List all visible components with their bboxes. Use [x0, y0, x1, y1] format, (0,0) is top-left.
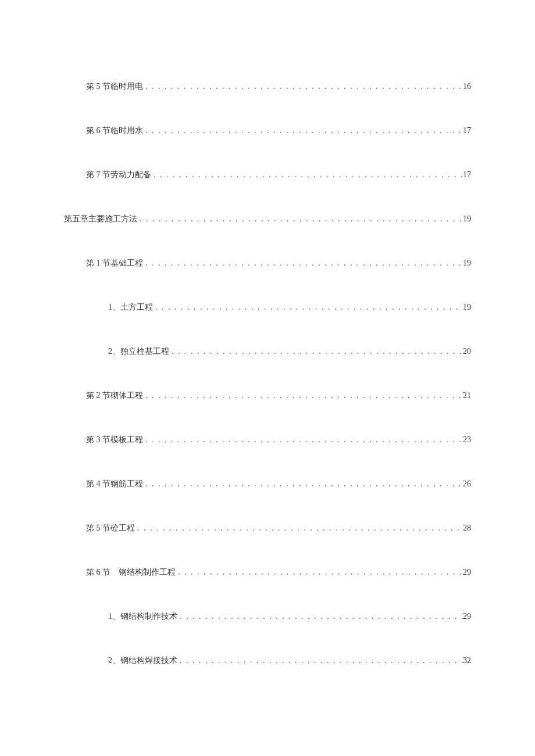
toc-dots: [176, 568, 463, 577]
table-of-contents: 第 5 节临时用电16第 6 节临时用水17第 7 节劳动力配备17第五章主要施…: [64, 81, 471, 666]
toc-dots: [169, 347, 463, 356]
toc-label: 第 1 节基础工程: [86, 258, 143, 268]
toc-page: 26: [463, 479, 471, 489]
toc-entry: 第 5 节砼工程28: [64, 523, 471, 533]
toc-entry: 第 3 节模板工程23: [64, 435, 471, 445]
toc-entry: 1、钢结构制作技术29: [64, 611, 471, 622]
toc-dots: [143, 259, 463, 268]
toc-page: 19: [463, 214, 471, 224]
toc-label: 第 3 节模板工程: [86, 435, 143, 445]
toc-label: 第 2 节砌体工程: [86, 390, 143, 401]
toc-entry: 第 2 节砌体工程21: [64, 390, 471, 401]
toc-page: 32: [463, 656, 471, 665]
toc-page: 19: [463, 303, 471, 312]
toc-dots: [177, 612, 463, 621]
toc-label: 1、土方工程: [108, 302, 153, 313]
toc-dots: [153, 303, 463, 312]
toc-dots: [137, 214, 463, 224]
toc-dots: [143, 479, 463, 489]
toc-page: 29: [463, 568, 471, 577]
toc-page: 23: [463, 435, 471, 445]
toc-entry: 第 5 节临时用电16: [64, 81, 471, 92]
toc-label: 第 4 节钢筋工程: [86, 479, 143, 489]
toc-dots: [143, 391, 463, 400]
toc-entry: 2、独立柱基工程20: [64, 346, 471, 357]
toc-dots: [177, 656, 463, 665]
toc-entry: 第 1 节基础工程19: [64, 258, 471, 268]
toc-entry: 第 7 节劳动力配备17: [64, 170, 471, 180]
toc-entry: 第五章主要施工方法19: [64, 214, 471, 224]
toc-label: 第 5 节砼工程: [86, 523, 135, 533]
toc-page: 21: [463, 391, 471, 400]
toc-page: 28: [463, 524, 471, 533]
toc-page: 16: [463, 82, 471, 91]
toc-dots: [143, 435, 463, 445]
toc-dots: [151, 170, 463, 180]
toc-entry: 1、土方工程19: [64, 302, 471, 313]
toc-dots: [135, 524, 463, 533]
toc-entry: 第 4 节钢筋工程26: [64, 479, 471, 489]
toc-entry: 第 6 节 钢结构制作工程29: [64, 567, 471, 578]
toc-entry: 2、钢结构焊接技术32: [64, 655, 471, 666]
toc-dots: [143, 82, 463, 91]
toc-label: 第 7 节劳动力配备: [86, 170, 151, 180]
toc-dots: [143, 126, 463, 135]
toc-label: 第 6 节临时用水: [86, 126, 143, 136]
toc-label: 2、独立柱基工程: [108, 346, 169, 357]
toc-page: 17: [463, 126, 471, 135]
toc-page: 19: [463, 259, 471, 268]
toc-label: 第 5 节临时用电: [86, 81, 143, 92]
toc-label: 1、钢结构制作技术: [108, 611, 177, 622]
toc-page: 20: [463, 347, 471, 356]
toc-label: 2、钢结构焊接技术: [108, 655, 177, 666]
toc-entry: 第 6 节临时用水17: [64, 126, 471, 136]
toc-label: 第五章主要施工方法: [64, 214, 137, 224]
toc-page: 17: [463, 170, 471, 180]
toc-label: 第 6 节 钢结构制作工程: [86, 567, 176, 578]
toc-page: 29: [463, 612, 471, 621]
